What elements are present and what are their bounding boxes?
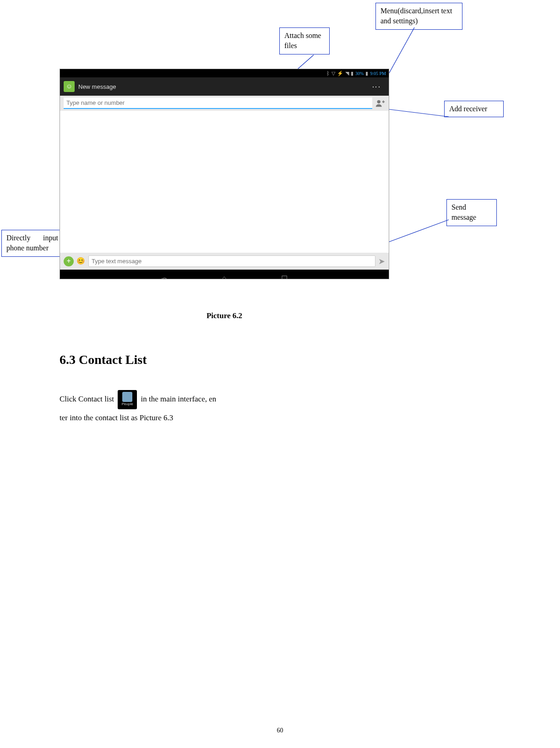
callout-direct-input: Directly input phone number: [1, 230, 63, 257]
svg-point-5: [377, 100, 381, 103]
screenshot-new-message: ᛒ ▽ ⚡ ◥ ▮ 30% ▮ 9:05 PM ☺ New message ⋮ …: [60, 69, 389, 279]
section-heading: 6.3 Contact List: [60, 352, 389, 367]
figure-caption: Picture 6.2: [60, 311, 389, 320]
app-title: New message: [78, 83, 116, 90]
recent-icon[interactable]: ☐: [281, 274, 288, 280]
body-paragraph: Click Contact list in the main interface…: [60, 390, 389, 426]
attach-button[interactable]: +: [64, 256, 74, 266]
back-icon[interactable]: ⤺: [161, 274, 167, 280]
callout-add-receiver: Add receiver: [444, 101, 504, 117]
status-bar: ᛒ ▽ ⚡ ◥ ▮ 30% ▮ 9:05 PM: [60, 69, 389, 77]
page-number: 60: [0, 727, 560, 734]
network-icon: ◥: [345, 70, 349, 76]
messaging-app-icon: ☺: [64, 81, 75, 92]
body-part1: Click Contact list: [60, 395, 116, 403]
signal-icon: ▽: [332, 70, 335, 76]
app-bar: ☺ New message ⋮: [60, 77, 389, 96]
time-text: 9:05 PM: [370, 71, 386, 76]
add-receiver-icon[interactable]: [375, 98, 385, 108]
body-part3: ter into the contact list as Picture 6.3: [60, 413, 173, 422]
svg-line-2: [386, 109, 449, 117]
home-icon[interactable]: ⌂: [222, 274, 227, 279]
wifi-icon: ⚡: [337, 70, 343, 76]
overflow-menu-icon[interactable]: ⋮: [368, 81, 385, 92]
message-body-area: [60, 111, 389, 253]
callout-send: Send message: [446, 199, 497, 226]
battery-text: 30%: [355, 71, 364, 76]
callout-menu: Menu(discard,insert text and settings): [375, 3, 462, 30]
send-icon[interactable]: ➤: [378, 256, 385, 266]
message-input[interactable]: [88, 255, 375, 267]
battery-icon: ▮: [365, 70, 368, 76]
cell-icon: ▮: [351, 70, 353, 76]
bluetooth-icon: ᛒ: [326, 70, 330, 76]
people-app-icon: [118, 390, 137, 409]
body-part2: in the main interface, en: [141, 395, 217, 403]
emoji-icon[interactable]: 😊: [76, 257, 86, 266]
navigation-bar: ⤺ ⌂ ☐: [60, 270, 389, 279]
svg-line-3: [387, 220, 449, 243]
callout-attach: Attach some files: [279, 27, 330, 54]
recipient-input[interactable]: [64, 98, 372, 109]
